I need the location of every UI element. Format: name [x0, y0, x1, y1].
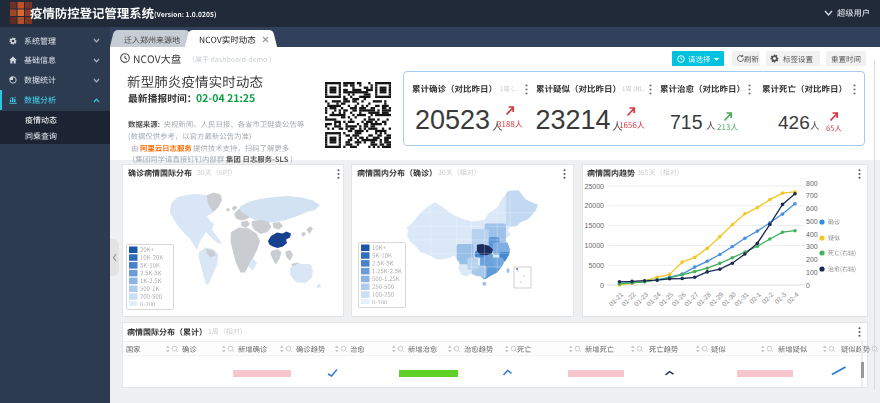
svg-text:300: 300 [806, 243, 818, 250]
svg-text:20000: 20000 [585, 202, 605, 209]
svg-text:10000: 10000 [585, 242, 605, 249]
svg-text:700: 700 [806, 192, 818, 199]
svg-text:600: 600 [806, 205, 818, 212]
svg-text:100: 100 [806, 269, 818, 276]
svg-text:02-1: 02-1 [748, 290, 762, 304]
svg-text:500: 500 [806, 218, 818, 225]
svg-text:5000: 5000 [588, 262, 604, 269]
svg-text:01-31: 01-31 [733, 290, 750, 307]
svg-text:400: 400 [806, 231, 818, 238]
svg-text:200: 200 [806, 256, 818, 263]
svg-text:02-3: 02-3 [773, 290, 787, 304]
svg-text:800: 800 [806, 180, 818, 187]
svg-text:02-2: 02-2 [760, 290, 774, 304]
svg-text:02-4: 02-4 [786, 290, 800, 304]
svg-text:0: 0 [806, 282, 810, 289]
svg-text:0: 0 [600, 282, 604, 289]
svg-text:15000: 15000 [585, 222, 605, 229]
svg-text:25000: 25000 [585, 183, 605, 190]
